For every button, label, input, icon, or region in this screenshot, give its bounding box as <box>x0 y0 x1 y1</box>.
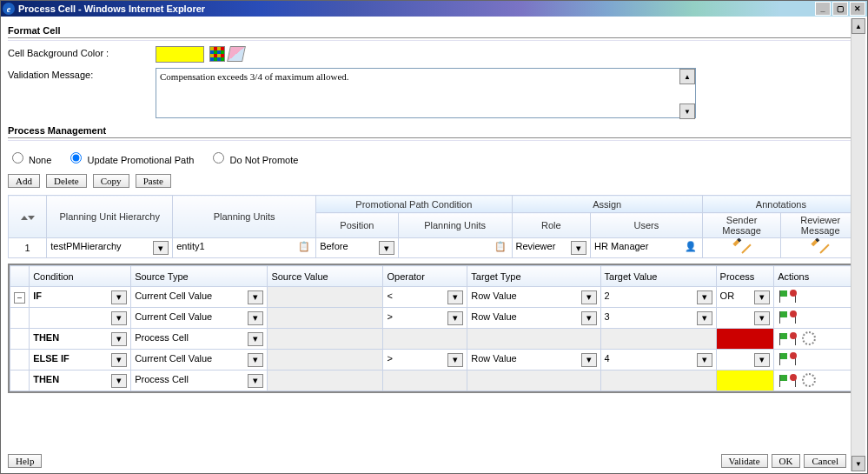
remove-flag-icon[interactable] <box>790 311 800 324</box>
remove-flag-icon[interactable] <box>790 333 800 345</box>
radio-donot[interactable]: Do Not Promote <box>209 155 298 165</box>
validate-button[interactable]: Validate <box>721 454 768 468</box>
col-tval[interactable]: Target Value <box>600 266 716 287</box>
selector-icon[interactable]: 📋 <box>298 241 312 255</box>
user-picker-icon[interactable]: 👤 <box>685 241 699 255</box>
dropdown-icon[interactable]: ▾ <box>571 241 586 255</box>
cell-pu[interactable]: entity1📋 <box>173 238 316 258</box>
window-scrollbar[interactable]: ▲ ▼ <box>851 18 865 471</box>
dropdown-icon[interactable]: ▾ <box>111 374 127 388</box>
maximize-button[interactable]: ▢ <box>832 2 848 16</box>
dropdown-icon[interactable]: ▾ <box>581 290 597 304</box>
radio-none[interactable]: None <box>8 155 51 165</box>
add-flag-icon[interactable] <box>778 353 788 365</box>
dropdown-icon[interactable]: ▾ <box>754 290 770 304</box>
pm-heading: Process Management <box>8 125 860 136</box>
bg-color-swatch[interactable] <box>156 46 204 63</box>
col-ttype[interactable]: Target Type <box>467 266 600 287</box>
col-sval[interactable]: Source Value <box>268 266 383 287</box>
cell-role[interactable]: Reviewer▾ <box>512 238 591 258</box>
col-puh[interactable]: Planning Unit Hierarchy <box>47 196 173 238</box>
dropdown-icon[interactable]: ▾ <box>248 311 263 325</box>
window: Process Cell - Windows Internet Explorer… <box>0 0 868 474</box>
dropdown-icon[interactable]: ▾ <box>447 311 463 325</box>
gear-icon[interactable] <box>802 331 816 345</box>
col-op[interactable]: Operator <box>383 266 467 287</box>
dropdown-icon[interactable]: ▾ <box>248 353 263 367</box>
col-users[interactable]: Users <box>591 213 703 238</box>
dropdown-icon[interactable]: ▾ <box>697 290 712 304</box>
rule-row[interactable]: ▾Current Cell Value▾>▾Row Value▾3▾▾ <box>10 308 858 329</box>
help-button[interactable]: Help <box>8 454 42 468</box>
collapse-icon[interactable]: – <box>14 292 25 304</box>
col-stype[interactable]: Source Type <box>131 266 268 287</box>
add-button[interactable]: Add <box>8 174 40 188</box>
rule-row[interactable]: –IF▾Current Cell Value▾<▾Row Value▾2▾OR▾ <box>10 287 858 308</box>
copy-button[interactable]: Copy <box>93 174 129 188</box>
scroll-up-icon[interactable]: ▲ <box>851 18 865 34</box>
pm-row[interactable]: 1 testPMHierarchy▾ entity1📋 Before▾ 📋 Re… <box>9 238 860 258</box>
remove-flag-icon[interactable] <box>790 353 800 365</box>
sort-header[interactable] <box>9 196 47 238</box>
col-rm[interactable]: Reviewer Message <box>781 213 860 238</box>
scroll-down-icon[interactable]: ▼ <box>851 456 865 471</box>
dropdown-icon[interactable]: ▾ <box>581 311 597 325</box>
col-sm[interactable]: Sender Message <box>702 213 781 238</box>
radio-update[interactable]: Update Promotional Path <box>66 155 194 165</box>
dropdown-icon[interactable]: ▾ <box>379 241 394 255</box>
col-pu2[interactable]: Planning Units <box>398 213 512 238</box>
dropdown-icon[interactable]: ▾ <box>754 311 770 325</box>
eraser-icon[interactable] <box>227 46 246 62</box>
delete-button[interactable]: Delete <box>46 174 87 188</box>
cell-sm[interactable] <box>702 238 781 258</box>
scroll-up-button[interactable]: ▲ <box>679 69 695 84</box>
add-flag-icon[interactable] <box>778 290 788 303</box>
col-proc[interactable]: Process <box>716 266 774 287</box>
dropdown-icon[interactable]: ▾ <box>248 290 263 304</box>
dropdown-icon[interactable]: ▾ <box>248 374 263 388</box>
col-pos[interactable]: Position <box>316 213 399 238</box>
col-cond[interactable]: Condition <box>30 266 131 287</box>
pencil-icon[interactable] <box>812 238 830 254</box>
dropdown-icon[interactable]: ▾ <box>248 332 263 346</box>
dropdown-icon[interactable]: ▾ <box>111 332 127 346</box>
remove-flag-icon[interactable] <box>790 375 800 387</box>
ok-button[interactable]: OK <box>772 454 801 468</box>
col-pu[interactable]: Planning Units <box>173 196 316 238</box>
paste-button[interactable]: Paste <box>136 174 171 188</box>
dropdown-icon[interactable]: ▾ <box>581 353 597 367</box>
cell-pu2[interactable]: 📋 <box>398 238 512 258</box>
col-ann: Annotations <box>702 196 859 213</box>
add-flag-icon[interactable] <box>778 333 788 345</box>
dropdown-icon[interactable]: ▾ <box>697 311 712 325</box>
add-flag-icon[interactable] <box>778 375 788 387</box>
dropdown-icon[interactable]: ▾ <box>153 241 169 255</box>
selector-icon[interactable]: 📋 <box>494 241 508 255</box>
rule-row[interactable]: THEN▾Process Cell▾ <box>10 329 858 350</box>
close-button[interactable]: ✕ <box>850 2 865 16</box>
validation-message-input[interactable]: Compensation exceeds 3/4 of maximum allo… <box>156 68 696 118</box>
cell-rm[interactable] <box>781 238 860 258</box>
rule-row[interactable]: ELSE IF▾Current Cell Value▾>▾Row Value▾4… <box>10 350 858 371</box>
dropdown-icon[interactable]: ▾ <box>111 290 127 304</box>
color-picker-icon[interactable] <box>209 46 225 62</box>
pencil-icon[interactable] <box>732 238 751 254</box>
dropdown-icon[interactable]: ▾ <box>111 353 127 367</box>
gear-icon[interactable] <box>802 373 816 387</box>
dropdown-icon[interactable]: ▾ <box>111 311 127 325</box>
dropdown-icon[interactable]: ▾ <box>697 353 712 367</box>
minimize-button[interactable]: _ <box>815 2 831 16</box>
rule-row[interactable]: THEN▾Process Cell▾ <box>10 371 858 391</box>
dropdown-icon[interactable]: ▾ <box>447 353 463 367</box>
add-flag-icon[interactable] <box>778 311 788 324</box>
dropdown-icon[interactable]: ▾ <box>447 290 463 304</box>
col-role[interactable]: Role <box>512 213 591 238</box>
cell-puh[interactable]: testPMHierarchy▾ <box>47 238 173 258</box>
scroll-down-button[interactable]: ▼ <box>679 103 695 119</box>
cancel-button[interactable]: Cancel <box>804 454 846 468</box>
dropdown-icon[interactable]: ▾ <box>754 353 770 367</box>
col-act[interactable]: Actions <box>774 266 858 287</box>
remove-flag-icon[interactable] <box>790 290 800 303</box>
cell-users[interactable]: HR Manager👤 <box>591 238 703 258</box>
cell-pos[interactable]: Before▾ <box>316 238 399 258</box>
